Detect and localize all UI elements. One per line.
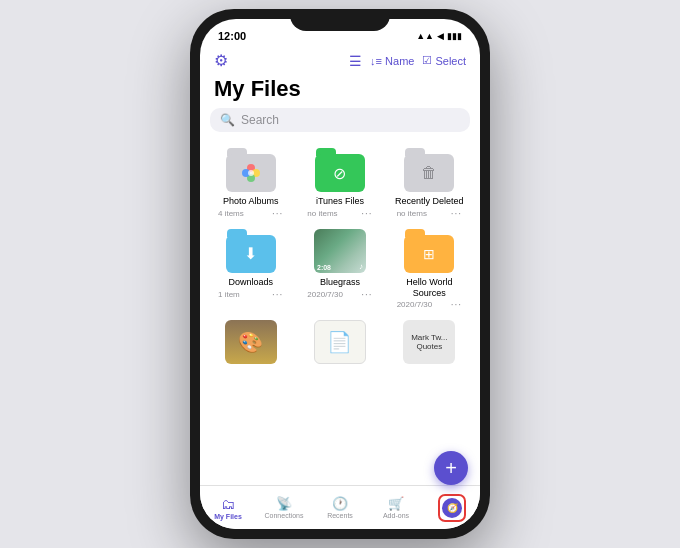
page-title: My Files — [200, 74, 480, 108]
list-item[interactable]: 2:08 ♪ Bluegrass 2020/7/30 ··· — [297, 223, 382, 313]
photo-albums-folder-icon — [225, 148, 277, 192]
download-icon: ⬇ — [244, 244, 257, 263]
header-right-controls: ☰ ↓≡ Name ☑ Select — [349, 53, 466, 69]
sort-button[interactable]: ↓≡ Name — [370, 55, 414, 67]
recently-deleted-folder-icon: 🗑 — [403, 148, 455, 192]
downloads-count: 1 item — [218, 290, 240, 299]
compass-tab-highlight: 🧭 — [438, 494, 466, 522]
svg-point-4 — [248, 170, 254, 176]
tab-connections[interactable]: 📡 Connections — [256, 486, 312, 529]
photos-icon — [238, 160, 264, 186]
tab-addons[interactable]: 🛒 Add-ons — [368, 486, 424, 529]
recents-icon: 🕐 — [332, 496, 348, 511]
mona-lisa-thumbnail: 🎨 — [225, 320, 277, 364]
photo-albums-more[interactable]: ··· — [272, 208, 283, 219]
hello-world-label: Hello World Sources — [391, 277, 468, 299]
downloads-folder-icon: ⬇ — [225, 229, 277, 273]
grid-row-2: ⬇ Downloads 1 item ··· 2:08 ♪ Bluegr — [208, 223, 472, 313]
add-button[interactable]: + — [434, 451, 468, 485]
itunes-count: no items — [307, 209, 337, 218]
photo-albums-count: 4 items — [218, 209, 244, 218]
itunes-folder-icon: ⊘ — [314, 148, 366, 192]
document-icon: 📄 — [327, 330, 352, 354]
signal-icon: ▲▲ — [416, 31, 434, 41]
downloads-more[interactable]: ··· — [272, 289, 283, 300]
recently-deleted-meta: no items ··· — [391, 208, 468, 219]
notch — [290, 9, 390, 31]
select-checkbox-icon: ☑ — [422, 54, 432, 67]
search-placeholder: Search — [241, 113, 279, 127]
list-item[interactable]: Mark Tw...Quotes — [387, 314, 472, 376]
itunes-label: iTunes Files — [316, 196, 364, 207]
trash-icon: 🗑 — [421, 164, 437, 182]
list-item[interactable]: 📄 — [297, 314, 382, 376]
connections-icon: 📡 — [276, 496, 292, 511]
bluegrass-thumbnail: 2:08 ♪ — [314, 229, 366, 273]
my-files-icon: 🗂 — [221, 496, 235, 512]
grid-row-3: 🎨 📄 Mark Tw...Quotes — [208, 314, 472, 376]
list-item[interactable]: ⬇ Downloads 1 item ··· — [208, 223, 293, 313]
list-view-icon[interactable]: ☰ — [349, 53, 362, 69]
search-bar[interactable]: 🔍 Search — [210, 108, 470, 132]
recently-deleted-count: no items — [397, 209, 427, 218]
photo-albums-meta: 4 items ··· — [212, 208, 289, 219]
document-thumbnail: 📄 — [314, 320, 366, 364]
app-header: ⚙ ☰ ↓≡ Name ☑ Select — [200, 47, 480, 74]
itunes-more[interactable]: ··· — [361, 208, 372, 219]
tab-compass[interactable]: 🧭 — [424, 486, 480, 529]
phone-frame: 12:00 ▲▲ ◀ ▮▮▮ ⚙ ☰ ↓≡ Name ☑ Select My F… — [190, 9, 490, 539]
addons-label: Add-ons — [383, 512, 409, 519]
settings-icon[interactable]: ⚙ — [214, 51, 228, 70]
bluegrass-date: 2020/7/30 — [307, 290, 343, 299]
list-item[interactable]: 🎨 — [208, 314, 293, 376]
battery-icon: ▮▮▮ — [447, 31, 462, 41]
my-files-label: My Files — [214, 513, 242, 520]
tab-recents[interactable]: 🕐 Recents — [312, 486, 368, 529]
files-grid: Photo Albums 4 items ··· ⊘ iTunes Files — [200, 138, 480, 485]
painting-icon: 🎨 — [238, 330, 263, 354]
status-icons: ▲▲ ◀ ▮▮▮ — [416, 31, 462, 41]
downloads-meta: 1 item ··· — [212, 289, 289, 300]
hello-world-meta: 2020/7/30 ··· — [391, 299, 468, 310]
search-icon: 🔍 — [220, 113, 235, 127]
hello-world-more[interactable]: ··· — [451, 299, 462, 310]
recents-label: Recents — [327, 512, 353, 519]
downloads-label: Downloads — [228, 277, 273, 288]
wifi-icon: ◀ — [437, 31, 444, 41]
text-preview: Mark Tw...Quotes — [407, 329, 451, 355]
tab-bar: 🗂 My Files 📡 Connections 🕐 Recents 🛒 Add… — [200, 485, 480, 529]
hello-world-date: 2020/7/30 — [397, 300, 433, 309]
itunes-icon: ⊘ — [333, 164, 346, 183]
phone-screen: 12:00 ▲▲ ◀ ▮▮▮ ⚙ ☰ ↓≡ Name ☑ Select My F… — [200, 19, 480, 529]
addons-icon: 🛒 — [388, 496, 404, 511]
bluegrass-meta: 2020/7/30 ··· — [301, 289, 378, 300]
hello-world-folder-icon: ⊞ — [403, 229, 455, 273]
grid-row-1: Photo Albums 4 items ··· ⊘ iTunes Files — [208, 142, 472, 221]
select-button[interactable]: ☑ Select — [422, 54, 466, 67]
list-item[interactable]: ⊞ Hello World Sources 2020/7/30 ··· — [387, 223, 472, 313]
itunes-meta: no items ··· — [301, 208, 378, 219]
video-duration: 2:08 — [317, 264, 331, 271]
tab-my-files[interactable]: 🗂 My Files — [200, 486, 256, 529]
code-icon: ⊞ — [423, 246, 435, 262]
text-thumbnail: Mark Tw...Quotes — [403, 320, 455, 364]
photo-albums-label: Photo Albums — [223, 196, 279, 207]
connections-label: Connections — [265, 512, 304, 519]
compass-icon: 🧭 — [442, 498, 462, 518]
list-item[interactable]: ⊘ iTunes Files no items ··· — [297, 142, 382, 221]
recently-deleted-more[interactable]: ··· — [451, 208, 462, 219]
music-icon: ♪ — [359, 262, 363, 271]
list-item[interactable]: 🗑 Recently Deleted no items ··· — [387, 142, 472, 221]
recently-deleted-label: Recently Deleted — [395, 196, 464, 207]
bluegrass-more[interactable]: ··· — [361, 289, 372, 300]
list-item[interactable]: Photo Albums 4 items ··· — [208, 142, 293, 221]
status-time: 12:00 — [218, 30, 246, 42]
bluegrass-label: Bluegrass — [320, 277, 360, 288]
